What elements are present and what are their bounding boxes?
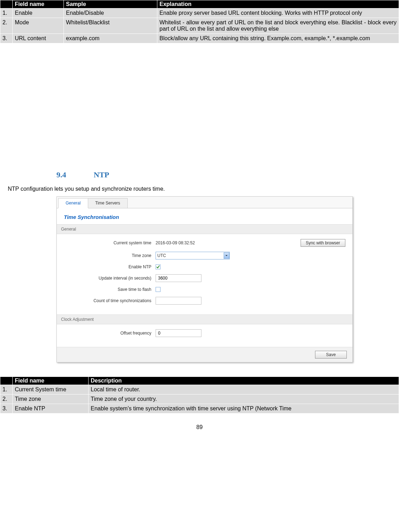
ntp-config-panel: General Time Servers Time Synchronisatio…: [56, 196, 353, 362]
field-name: Current System time: [13, 385, 89, 395]
table-row: 3. URL content example.com Block/allow a…: [0, 34, 399, 43]
time-zone-value: UTC: [157, 253, 166, 258]
row-num: 3.: [0, 404, 13, 414]
table-row: 3. Enable NTP Enable system's time synch…: [0, 404, 399, 414]
row-num: 2.: [0, 18, 13, 34]
save-time-checkbox[interactable]: [156, 287, 161, 292]
table-row: 2. Time zone Time zone of your country.: [0, 395, 399, 404]
row-num: 1.: [0, 8, 13, 18]
row-current-system-time: Current system time 2016-03-09 08:32:52 …: [64, 239, 345, 247]
table-row: 1. Current System time Local time of rou…: [0, 385, 399, 395]
tab-time-servers[interactable]: Time Servers: [88, 198, 128, 208]
row-save-time-to-flash: Save time to flash: [64, 287, 345, 292]
description: Local time of router.: [89, 385, 399, 395]
label-update-interval: Update interval (in seconds): [64, 276, 156, 281]
enable-ntp-checkbox[interactable]: [156, 264, 161, 269]
label-current-system-time: Current system time: [64, 240, 156, 245]
description: Enable system's time synchronization wit…: [89, 404, 399, 414]
group-general: General: [57, 224, 352, 234]
panel-title: Time Synchronisation: [57, 208, 352, 224]
explanation: Enable proxy server based URL content bl…: [157, 8, 399, 18]
row-num: 3.: [0, 34, 13, 43]
tab-bar: General Time Servers: [57, 197, 352, 208]
col-expl: Explanation: [157, 0, 399, 8]
group-clock-adjustment: Clock Adjustment: [57, 314, 352, 324]
offset-frequency-input[interactable]: [156, 329, 201, 337]
field-name: Mode: [13, 18, 64, 34]
page-number: 89: [0, 424, 399, 430]
label-offset-frequency: Offset frequency: [64, 331, 156, 336]
col-desc: Description: [89, 377, 399, 385]
reference-table-ntp: Field name Description 1. Current System…: [0, 377, 399, 414]
section-title: NTP: [94, 170, 109, 179]
label-enable-ntp: Enable NTP: [64, 264, 156, 269]
field-name: Enable NTP: [13, 404, 89, 414]
col-sample: Sample: [64, 0, 157, 8]
col-field: Field name: [13, 377, 89, 385]
section-number: 9.4: [56, 170, 92, 179]
description: Time zone of your country.: [89, 395, 399, 404]
chevron-down-icon: [224, 252, 229, 259]
table-row: 2. Mode Whitelist/Blacklist Whitelist - …: [0, 18, 399, 34]
explanation: Block/allow any URL containing this stri…: [157, 34, 399, 43]
field-name: URL content: [13, 34, 64, 43]
row-num: 2.: [0, 395, 13, 404]
col-blank: [0, 0, 13, 8]
table-header-row: Field name Description: [0, 377, 399, 385]
label-save-time: Save time to flash: [64, 287, 156, 292]
row-update-interval: Update interval (in seconds): [64, 274, 345, 282]
label-time-zone: Time zone: [64, 253, 156, 258]
reference-table-url: Field name Sample Explanation 1. Enable …: [0, 0, 399, 43]
table-header-row: Field name Sample Explanation: [0, 0, 399, 8]
table-row: 1. Enable Enable/Disable Enable proxy se…: [0, 8, 399, 18]
row-count-sync: Count of time synchronizations: [64, 297, 345, 305]
intro-paragraph: NTP configuration lets you setup and syn…: [8, 186, 391, 192]
count-sync-input[interactable]: [156, 297, 201, 305]
time-zone-select[interactable]: UTC: [156, 252, 230, 259]
sample: example.com: [64, 34, 157, 43]
save-button[interactable]: Save: [315, 351, 347, 359]
sync-with-browser-button[interactable]: Sync with browser: [301, 239, 345, 247]
row-time-zone: Time zone UTC: [64, 252, 345, 259]
sample: Whitelist/Blacklist: [64, 18, 157, 34]
value-current-system-time: 2016-03-09 08:32:52: [156, 240, 195, 245]
sample: Enable/Disable: [64, 8, 157, 18]
tab-general[interactable]: General: [58, 198, 88, 208]
row-offset-frequency: Offset frequency: [64, 329, 345, 337]
field-name: Enable: [13, 8, 64, 18]
col-field: Field name: [13, 0, 64, 8]
label-count-sync: Count of time synchronizations: [64, 298, 156, 303]
update-interval-input[interactable]: [156, 274, 201, 282]
row-enable-ntp: Enable NTP: [64, 264, 345, 269]
explanation: Whitelist - allow every part of URL on t…: [157, 18, 399, 34]
section-heading: 9.4 NTP: [56, 170, 399, 179]
row-num: 1.: [0, 385, 13, 395]
field-name: Time zone: [13, 395, 89, 404]
col-blank: [0, 377, 13, 385]
